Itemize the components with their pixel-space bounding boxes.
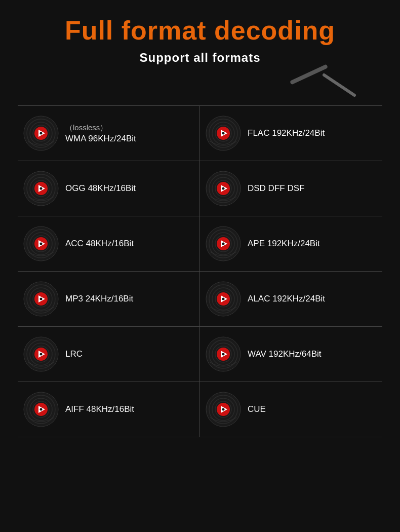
vinyl-icon (205, 225, 242, 262)
format-label: CUE (248, 404, 266, 414)
format-label: WMA 96KHz/24Bit (65, 134, 136, 144)
formats-grid: （lossless）WMA 96KHz/24BitFLAC 192KHz/24B… (18, 105, 382, 437)
vinyl-icon (23, 115, 59, 151)
vinyl-icon (23, 336, 59, 372)
vinyl-icon (23, 391, 59, 428)
decoration (10, 70, 390, 100)
format-text: APE 192KHz/24Bit (248, 239, 320, 249)
sub-title: Support all formats (139, 51, 260, 65)
format-cell: CUE (200, 382, 382, 437)
svg-point-42 (222, 243, 225, 245)
vinyl-icon (23, 225, 59, 262)
format-cell: AIFF 48KHz/16Bit (18, 382, 200, 437)
svg-line-0 (324, 75, 354, 95)
format-cell: ACC 48KHz/16Bit (18, 216, 200, 272)
format-cell: LRC (18, 327, 200, 382)
format-label: LRC (65, 349, 83, 359)
svg-point-77 (40, 408, 43, 411)
vinyl-icon (23, 170, 59, 207)
format-cell: ALAC 192KHz/24Bit (200, 272, 382, 327)
svg-point-56 (222, 298, 225, 300)
vinyl-icon (205, 391, 242, 428)
svg-point-21 (40, 187, 43, 190)
format-label: MP3 24KHz/16Bit (65, 294, 133, 304)
format-label: ALAC 192KHz/24Bit (248, 294, 325, 304)
svg-point-28 (222, 187, 225, 190)
format-cell: （lossless）WMA 96KHz/24Bit (18, 106, 200, 161)
format-label: AIFF 48KHz/16Bit (65, 404, 134, 414)
vinyl-icon (205, 170, 242, 207)
vinyl-icon (205, 281, 242, 317)
format-text: CUE (248, 404, 266, 414)
format-text: DSD DFF DSF (248, 183, 304, 194)
format-label: APE 192KHz/24Bit (248, 239, 320, 249)
format-text: （lossless）WMA 96KHz/24Bit (65, 123, 136, 144)
page-container: Full format decoding Support all formats… (0, 0, 400, 532)
vinyl-icon (205, 336, 242, 372)
format-cell: WAV 192KHz/64Bit (200, 327, 382, 382)
svg-point-84 (222, 408, 225, 411)
format-label: FLAC 192KHz/24Bit (248, 128, 325, 138)
svg-point-49 (40, 298, 43, 300)
format-label: WAV 192KHz/64Bit (248, 349, 322, 359)
format-text: LRC (65, 349, 83, 359)
format-label: OGG 48KHz/16Bit (65, 183, 136, 194)
format-cell: APE 192KHz/24Bit (200, 216, 382, 272)
format-label: DSD DFF DSF (248, 183, 304, 194)
format-cell: FLAC 192KHz/24Bit (200, 106, 382, 161)
svg-point-14 (222, 132, 225, 135)
vinyl-icon (23, 281, 59, 317)
svg-point-63 (40, 353, 43, 356)
format-cell: OGG 48KHz/16Bit (18, 161, 200, 216)
main-title: Full format decoding (65, 15, 335, 46)
format-text: FLAC 192KHz/24Bit (248, 128, 325, 138)
format-cell: DSD DFF DSF (200, 161, 382, 216)
format-text: AIFF 48KHz/16Bit (65, 404, 134, 414)
vinyl-icon (205, 115, 242, 151)
svg-point-35 (40, 243, 43, 245)
svg-point-7 (40, 132, 43, 135)
format-text: ACC 48KHz/16Bit (65, 239, 134, 249)
format-text: OGG 48KHz/16Bit (65, 183, 136, 194)
format-text: ALAC 192KHz/24Bit (248, 294, 325, 304)
svg-point-70 (222, 353, 225, 356)
format-lossless-label: （lossless） (65, 123, 136, 133)
format-text: WAV 192KHz/64Bit (248, 349, 322, 359)
format-text: MP3 24KHz/16Bit (65, 294, 133, 304)
format-label: ACC 48KHz/16Bit (65, 239, 134, 249)
format-cell: MP3 24KHz/16Bit (18, 272, 200, 327)
